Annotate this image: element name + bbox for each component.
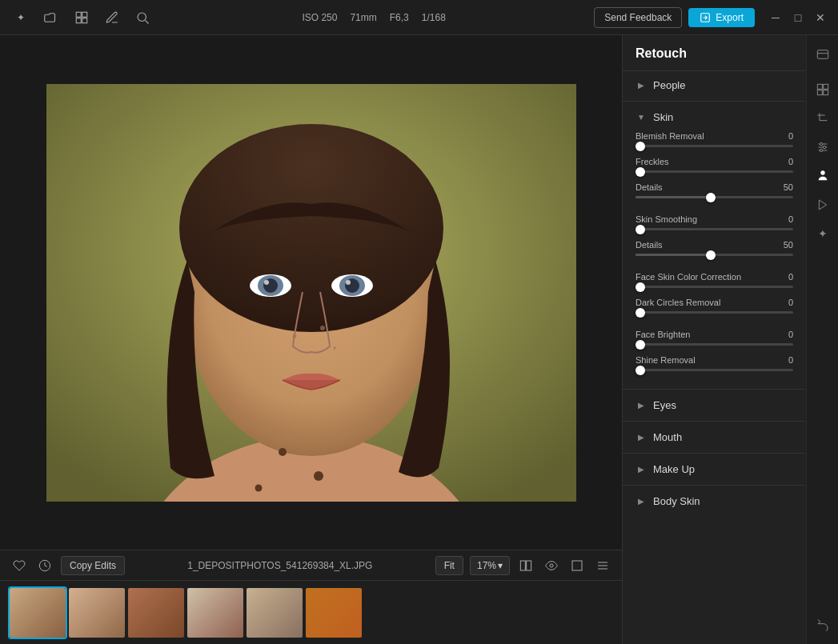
layers-icon[interactable] bbox=[810, 42, 836, 67]
eye-button[interactable] bbox=[542, 556, 561, 575]
face-color-row: Face Skin Color Correction 0 bbox=[636, 272, 793, 288]
makeup-section-header[interactable]: ▶ Make Up bbox=[623, 455, 806, 483]
skin-sliders: Blemish Removal 0 Freckles 0 bbox=[623, 131, 806, 387]
svg-rect-40 bbox=[817, 90, 822, 95]
svg-point-47 bbox=[820, 149, 822, 151]
face-color-label: Face Skin Color Correction bbox=[636, 272, 741, 282]
skin-smoothing-label: Skin Smoothing bbox=[636, 214, 697, 224]
right-panel: Retouch bbox=[622, 35, 838, 644]
mouth-section-header[interactable]: ▶ Mouth bbox=[623, 423, 806, 451]
filmstrip-item-6[interactable] bbox=[306, 588, 362, 638]
filmstrip-item-4[interactable] bbox=[187, 588, 243, 638]
dark-circles-row: Dark Circles Removal 0 bbox=[636, 298, 793, 314]
window-controls: ─ □ ✕ bbox=[768, 10, 828, 26]
face-brighten-track[interactable] bbox=[636, 343, 793, 346]
person-icon[interactable] bbox=[810, 163, 836, 189]
eyes-label: Eyes bbox=[653, 399, 676, 411]
details1-track[interactable] bbox=[636, 196, 793, 198]
details2-track[interactable] bbox=[636, 254, 793, 256]
face-brighten-thumb[interactable] bbox=[636, 340, 645, 350]
skin-smoothing-thumb[interactable] bbox=[636, 225, 645, 234]
favorite-button[interactable] bbox=[10, 556, 29, 575]
filmstrip-item-2[interactable] bbox=[69, 588, 125, 638]
blemish-thumb[interactable] bbox=[636, 142, 645, 151]
logo-icon[interactable]: ✦ bbox=[10, 6, 32, 29]
body-skin-label: Body Skin bbox=[653, 495, 700, 507]
crop2-icon[interactable] bbox=[810, 106, 836, 131]
people-section-header[interactable]: ▶ People bbox=[623, 71, 806, 99]
dark-circles-track[interactable] bbox=[636, 311, 793, 314]
svg-point-26 bbox=[255, 484, 262, 491]
freckles-track[interactable] bbox=[636, 170, 793, 173]
menu-button[interactable] bbox=[593, 556, 612, 575]
details1-row: Details 50 bbox=[636, 182, 793, 198]
zoom-button[interactable]: 17% ▾ bbox=[470, 556, 510, 575]
svg-rect-39 bbox=[823, 84, 828, 89]
svg-point-23 bbox=[333, 346, 336, 350]
divider-2 bbox=[623, 389, 806, 390]
shine-removal-track[interactable] bbox=[636, 369, 793, 371]
star-icon[interactable]: ✦ bbox=[810, 221, 836, 246]
minimize-button[interactable]: ─ bbox=[768, 10, 784, 26]
topbar: ✦ ISO 250 71mm F6,3 1/168 bbox=[0, 0, 838, 35]
search-icon[interactable] bbox=[131, 6, 154, 29]
face-brighten-label: Face Brighten bbox=[636, 330, 690, 339]
shine-removal-thumb[interactable] bbox=[636, 366, 645, 375]
filmstrip-item-3[interactable] bbox=[128, 588, 184, 638]
history-button[interactable] bbox=[35, 556, 54, 575]
sliders-icon[interactable] bbox=[810, 134, 836, 160]
svg-point-45 bbox=[820, 142, 822, 145]
export-button[interactable]: Export bbox=[688, 8, 755, 27]
chevron-down-icon: ▾ bbox=[498, 560, 503, 571]
filmstrip bbox=[0, 580, 622, 644]
aperture-value: F6,3 bbox=[390, 12, 409, 23]
photo-meta: ISO 250 71mm F6,3 1/168 bbox=[162, 12, 586, 23]
focal-value: 71mm bbox=[350, 12, 376, 23]
svg-rect-32 bbox=[572, 561, 582, 570]
dark-circles-thumb[interactable] bbox=[636, 308, 645, 318]
transform-icon[interactable] bbox=[810, 192, 836, 218]
folder-icon[interactable] bbox=[40, 6, 62, 29]
edit-icon[interactable] bbox=[101, 6, 123, 29]
freckles-label: Freckles bbox=[636, 157, 669, 166]
details2-thumb[interactable] bbox=[706, 250, 716, 260]
skin-smoothing-row: Skin Smoothing 0 bbox=[636, 214, 793, 230]
filmstrip-item-5[interactable] bbox=[247, 588, 303, 638]
svg-rect-30 bbox=[527, 561, 531, 570]
compare-button[interactable] bbox=[516, 556, 535, 575]
fit-button[interactable]: Fit bbox=[435, 556, 463, 575]
blemish-track[interactable] bbox=[636, 145, 793, 147]
eyes-section-header[interactable]: ▶ Eyes bbox=[623, 391, 806, 419]
grid2-icon[interactable] bbox=[810, 77, 836, 102]
face-color-value: 0 bbox=[774, 272, 793, 282]
maximize-button[interactable]: □ bbox=[790, 10, 806, 26]
skin-section-header[interactable]: ▼ Skin bbox=[623, 103, 806, 131]
details1-thumb[interactable] bbox=[706, 193, 716, 202]
feedback-button[interactable]: Send Feedback bbox=[594, 7, 682, 28]
mouth-arrow-icon: ▶ bbox=[636, 432, 647, 443]
freckles-thumb[interactable] bbox=[636, 167, 645, 177]
body-skin-arrow-icon: ▶ bbox=[636, 496, 647, 507]
iso-value: ISO 250 bbox=[302, 12, 337, 23]
details1-value: 50 bbox=[774, 182, 793, 192]
shine-removal-row: Shine Removal 0 bbox=[636, 355, 793, 371]
blemish-label: Blemish Removal bbox=[636, 131, 704, 141]
svg-point-46 bbox=[823, 146, 825, 148]
svg-point-31 bbox=[550, 564, 553, 567]
copy-edits-button[interactable]: Copy Edits bbox=[61, 556, 125, 575]
face-color-thumb[interactable] bbox=[636, 282, 645, 292]
details2-value: 50 bbox=[774, 240, 793, 250]
svg-point-20 bbox=[346, 280, 351, 285]
undo-icon[interactable] bbox=[810, 612, 836, 638]
skin-section: ▼ Skin Blemish Removal 0 bbox=[623, 103, 806, 387]
body-skin-section-header[interactable]: ▶ Body Skin bbox=[623, 487, 806, 515]
skin-arrow-icon: ▼ bbox=[636, 112, 647, 123]
crop-button[interactable] bbox=[567, 556, 587, 575]
face-color-track[interactable] bbox=[636, 286, 793, 288]
close-button[interactable]: ✕ bbox=[812, 10, 828, 26]
dark-circles-label: Dark Circles Removal bbox=[636, 298, 720, 307]
svg-rect-36 bbox=[817, 50, 828, 59]
grid-icon[interactable] bbox=[70, 6, 93, 29]
skin-smoothing-track[interactable] bbox=[636, 228, 793, 230]
filmstrip-item-1[interactable] bbox=[10, 588, 66, 638]
